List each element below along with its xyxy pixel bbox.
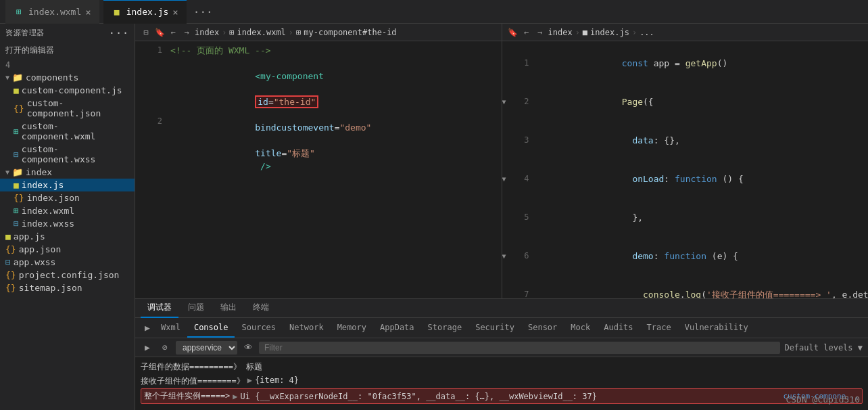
arrow-col: ▼ [502, 95, 513, 108]
panel-sub-tab-appdata[interactable]: AppData [373, 319, 421, 338]
console-levels[interactable]: Default levels ▼ [784, 343, 863, 352]
forward-icon[interactable]: → [535, 27, 546, 38]
sidebar-item-app-js[interactable]: ■ app.js [0, 230, 135, 243]
panel-sub-tab-network[interactable]: Network [283, 319, 331, 338]
panel-sub-tab-memory[interactable]: Memory [331, 319, 373, 338]
forward-icon[interactable]: → [181, 27, 192, 38]
panel-tab-debugger[interactable]: 调试器 [141, 299, 178, 318]
console-clear-icon[interactable]: ⊘ [158, 341, 172, 355]
expand-arrow[interactable]: ▶ [247, 375, 252, 385]
panel-sub-tab-vulnerability[interactable]: Vulnerability [678, 319, 755, 338]
back-icon[interactable]: ← [168, 27, 178, 38]
line-code: }, [537, 198, 869, 237]
breadcrumb-file[interactable]: index.wxml [237, 28, 286, 37]
sidebar-item-custom-component-wxss[interactable]: ⊟ custom-component.wxss [0, 143, 135, 166]
wxss-icon: ⊟ [5, 257, 11, 267]
tab-wxml[interactable]: ⊞ index.wxml × [5, 0, 99, 24]
sidebar-item-index-js[interactable]: ■ index.js [0, 179, 135, 191]
tab-overflow-menu[interactable]: ··· [193, 5, 213, 18]
console-text: 接收子组件的值========》 [141, 375, 245, 387]
sidebar-item-sitemap-json[interactable]: {} sitemap.json [0, 281, 135, 294]
console-toolbar: ▶ ⊘ appservice 👁 Default levels ▼ [135, 338, 868, 357]
breadcrumb-js-more[interactable]: ... [640, 28, 654, 37]
js-breadcrumb: index › ■ index.js › ... [548, 28, 654, 37]
panel-sub-tab-security[interactable]: Security [468, 319, 521, 338]
breadcrumb-js-icon: ■ [583, 28, 587, 37]
sidebar-item-index-json[interactable]: {} index.json [0, 191, 135, 204]
panel-main-tabs: 调试器 问题 输出 终端 [135, 299, 868, 318]
sidebar-item-custom-component-wxml[interactable]: ⊞ custom-component.wxml [0, 120, 135, 143]
sidebar-item-project-config-json[interactable]: {} project.config.json [0, 269, 135, 281]
line-number: 1 [513, 57, 537, 70]
panel-sub-tab-mock[interactable]: Mock [564, 319, 597, 338]
js-code-editor[interactable]: 1 const app = getApp() ▼ 2 Page({ [502, 41, 869, 298]
wxml-icon: ⊞ [14, 127, 19, 137]
wxml-line-1: 1 <!-- 页面的 WXML --> [135, 44, 502, 57]
sidebar-item-custom-component-json[interactable]: {} custom-component.json [0, 97, 135, 120]
panel-tab-output[interactable]: 输出 [214, 299, 243, 318]
bookmark-icon[interactable]: 🔖 [154, 27, 165, 38]
tab-wxml-close[interactable]: × [85, 7, 91, 18]
json-icon: {} [14, 104, 24, 114]
js-icon: ■ [14, 85, 19, 95]
json-icon: {} [14, 193, 24, 203]
file-label: index.js [22, 180, 64, 190]
tab-js[interactable]: ■ index.js × [103, 0, 187, 24]
line-code: console.log('接收子组件的值========> ', e.detai… [537, 275, 869, 298]
breadcrumb-component-label[interactable]: my-component#the-id [304, 28, 396, 37]
back-icon[interactable]: ← [521, 27, 532, 38]
expand-arrow[interactable]: ▶ [233, 392, 237, 401]
breadcrumb-file-icon: ⊞ [229, 28, 234, 37]
wxml-file-icon: ⊞ [14, 7, 24, 18]
sidebar-item-index-folder[interactable]: ▼ 📁 index [0, 166, 135, 179]
console-text: 子组件的数据=========》 标题 [141, 361, 262, 373]
sidebar-item-components-folder[interactable]: ▼ 📁 components [0, 71, 135, 84]
console-run-icon[interactable]: ▶ [141, 341, 154, 355]
sidebar-item-index-wxml[interactable]: ⊞ index.wxml [0, 204, 135, 217]
sidebar-more-button[interactable]: ··· [109, 26, 129, 39]
sidebar-open-editors[interactable]: 打开的编辑器 [0, 42, 135, 59]
split-editor-icon[interactable]: ⊟ [141, 27, 151, 38]
tab-js-close[interactable]: × [172, 7, 178, 18]
folder-icon: 📁 [12, 167, 23, 177]
panel-sub-tab-trace[interactable]: Trace [640, 319, 678, 338]
breadcrumb-index[interactable]: index [195, 28, 219, 37]
wxml-line-2: 2 <my-component id="the-id" bindcustomev… [135, 57, 502, 185]
panel-tab-terminal[interactable]: 终端 [246, 299, 276, 318]
appservice-select[interactable]: appservice [176, 341, 237, 355]
sidebar-item-app-wxss[interactable]: ⊟ app.wxss [0, 256, 135, 269]
folder-icon: 📁 [12, 72, 23, 83]
sidebar-item-index-wxss[interactable]: ⊟ index.wxss [0, 217, 135, 230]
bookmark-icon[interactable]: 🔖 [508, 27, 519, 38]
console-object: Ui {__wxExparserNodeId__: "0fac3f53", __… [241, 392, 597, 401]
breadcrumb-js-file[interactable]: index.js [590, 28, 629, 37]
sidebar-item-app-json[interactable]: {} app.json [0, 243, 135, 256]
sidebar-item-custom-component-js[interactable]: ■ custom-component.js [0, 84, 135, 97]
panel-tab-problems[interactable]: 问题 [181, 299, 211, 318]
file-label: sitemap.json [19, 283, 82, 293]
panel-sub-tab-sources[interactable]: Sources [235, 319, 283, 338]
sidebar-header: 资源管理器 ··· [0, 24, 135, 42]
panel-sub-tab-console[interactable]: Console [187, 319, 235, 338]
js-editor-pane: 🔖 ← → index › ■ index.js › ... [502, 24, 869, 298]
panel-sub-tab-audits[interactable]: Audits [597, 319, 640, 338]
file-label: custom-component.wxss [22, 144, 129, 164]
top-tab-bar: ⊞ index.wxml × ■ index.js × ··· [0, 0, 868, 24]
wxml-editor-pane: ⊟ 🔖 ← → index › ⊞ index.wxml › ⊞ my-comp… [135, 24, 502, 298]
console-eye-icon[interactable]: 👁 [241, 341, 255, 355]
js-editor-toolbar: 🔖 ← → index › ■ index.js › ... [502, 24, 869, 41]
js-file-icon: ■ [112, 7, 122, 18]
panel-play-icon[interactable]: ▶ [141, 321, 154, 335]
arrow-col: ▼ [502, 173, 513, 185]
js-line-6: ▼ 6 demo: function (e) { [502, 237, 869, 275]
wxml-code-editor[interactable]: 1 <!-- 页面的 WXML --> 2 <my-component id="… [135, 41, 502, 298]
breadcrumb-index[interactable]: index [548, 28, 573, 37]
panel-sub-tab-wxml[interactable]: Wxml [154, 319, 187, 338]
panel-sub-tab-sensor[interactable]: Sensor [521, 319, 564, 338]
js-line-5: 5 }, [502, 198, 869, 237]
console-object: {item: 4} [255, 375, 299, 385]
file-label: index.json [27, 193, 80, 203]
folder-label: components [26, 72, 78, 83]
console-filter-input[interactable] [259, 342, 780, 354]
panel-sub-tab-storage[interactable]: Storage [421, 319, 469, 338]
